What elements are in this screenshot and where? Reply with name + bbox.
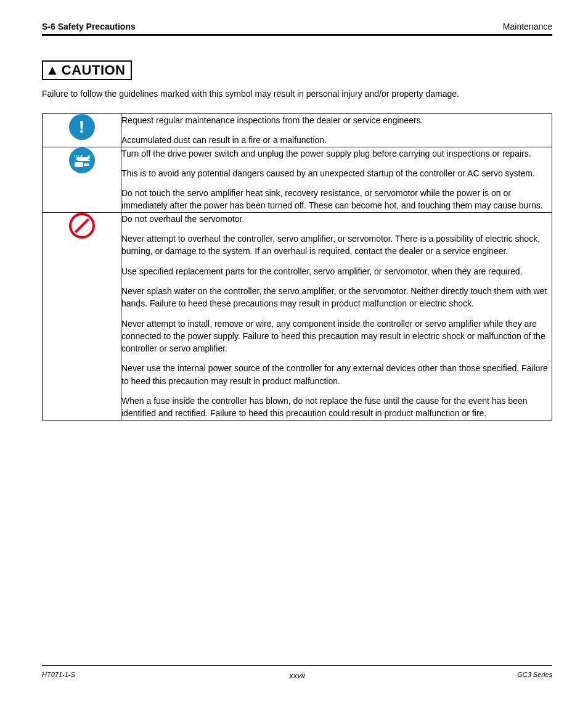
footer-series: GC3 Series — [517, 671, 552, 678]
text-cell: Turn off the drive power switch and unpl… — [121, 147, 552, 212]
paragraph: Never splash water on the controller, th… — [121, 285, 552, 310]
paragraph: Use specified replacement parts for the … — [121, 265, 552, 277]
caution-signal-word: CAUTION — [62, 64, 126, 77]
footer-page-number: xxvii — [289, 671, 304, 680]
caution-signal-box: ▲ CAUTION — [42, 60, 132, 80]
paragraph: Never attempt to install, remove or wire… — [121, 318, 552, 355]
safety-table: ! Request regular maintenance inspection… — [42, 113, 552, 421]
paragraph: Never attempt to overhaul the controller… — [121, 232, 552, 258]
paragraph: Turn off the drive power switch and unpl… — [121, 147, 552, 160]
mandatory-action-icon: ! — [69, 114, 95, 140]
header-rule — [42, 34, 552, 36]
svg-rect-2 — [84, 163, 86, 166]
paragraph: When a fuse inside the controller has bl… — [121, 395, 552, 420]
paragraph: Request regular maintenance inspections … — [121, 114, 552, 126]
warning-triangle-icon: ▲ — [46, 64, 59, 77]
paragraph: Do not overhaul the servomotor. — [121, 213, 552, 225]
header-right: Maintenance — [503, 22, 552, 31]
text-cell: Request regular maintenance inspections … — [121, 114, 552, 147]
table-row: ! Request regular maintenance inspection… — [43, 114, 552, 147]
prohibition-icon — [69, 213, 95, 239]
page-header: S-6 Safety Precautions Maintenance — [42, 22, 552, 31]
paragraph: This is to avoid any potential dangers c… — [121, 167, 552, 179]
icon-cell — [43, 147, 121, 212]
icon-cell: ! — [43, 114, 121, 147]
paragraph: Never use the internal power source of t… — [121, 362, 552, 387]
page-footer: HT071-1-S xxvii GC3 Series — [42, 665, 552, 678]
icon-cell — [43, 212, 121, 420]
footer-rule — [42, 665, 552, 666]
paragraph: Accumulated dust can result in a fire or… — [121, 134, 552, 146]
table-row: Do not overhaul the servomotor. Never at… — [43, 212, 552, 420]
text-cell: Do not overhaul the servomotor. Never at… — [121, 212, 552, 420]
svg-rect-1 — [75, 162, 83, 167]
caution-description: Failure to follow the guidelines marked … — [42, 89, 552, 99]
paragraph: Do not touch the servo amplifier heat si… — [121, 187, 552, 212]
exclamation-icon: ! — [79, 118, 84, 136]
header-left: S-6 Safety Precautions — [42, 22, 136, 31]
footer-doc-id: HT071-1-S — [42, 671, 75, 678]
unplug-power-icon — [69, 147, 95, 173]
table-row: Turn off the drive power switch and unpl… — [43, 147, 552, 212]
